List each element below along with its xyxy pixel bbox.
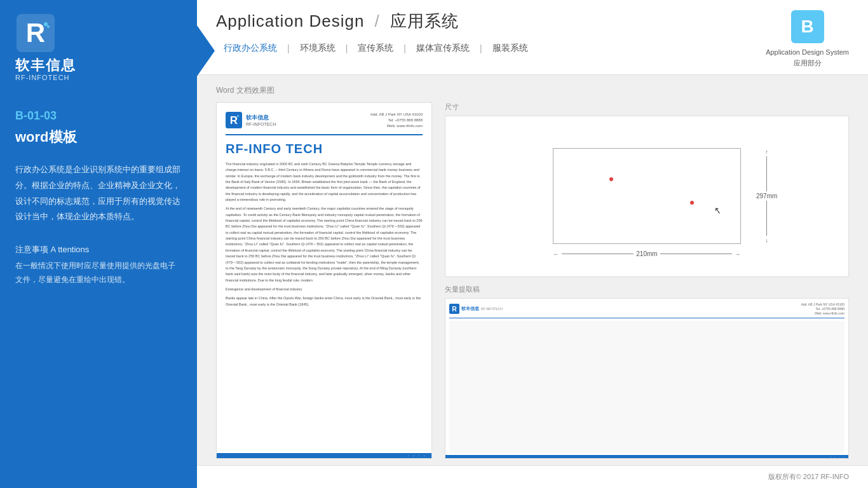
vector-logo-icon: R: [449, 304, 459, 314]
height-measurement: ↑ 297mm ↓: [756, 149, 777, 243]
vector-contact: Add: AB J Park NY USA 43100 Tel: +0755 8…: [801, 302, 844, 316]
doc-header: R 软丰信息 RF-INFOTECH Add: AB J Park NY USA…: [226, 112, 423, 135]
sidebar-notes-body: 在一般情况下使用时应尽量使用提供的光盘电子文件，尽量避免在重绘中出现错。: [15, 259, 182, 287]
size-dot-2: [690, 201, 694, 205]
title-cn: 应用系统: [390, 11, 459, 30]
copyright-text: 版权所有© 2017 RF-INFO: [768, 472, 849, 482]
brand-name-cn: 软丰信息: [15, 57, 76, 74]
right-panels: 尺寸 ↖: [445, 102, 849, 459]
vector-preview: R 软丰信息 RF-INFOTECH Add: AB J Park NY USA…: [445, 298, 849, 459]
section-label: Word 文档效果图: [216, 85, 849, 96]
sidebar-code: B-01-03: [15, 109, 182, 123]
vector-doc-body: [449, 321, 844, 454]
vector-brand-en: RF-INFOTECH: [481, 307, 503, 311]
size-width-label: 210mm: [636, 250, 657, 257]
doc-main-title: RF-INFO TECH: [226, 142, 423, 156]
vector-doc-logo: R 软丰信息 RF-INFOTECH: [449, 302, 503, 316]
doc-footer: · · · ·: [217, 453, 431, 458]
header-area: Application Design / 应用系统 行政办公系统 | 环境系统 …: [197, 0, 868, 75]
badge-text-line2: 应用部分: [794, 58, 822, 69]
doc-brand-en: RF-INFOTECH: [246, 122, 276, 126]
tab-environment-system[interactable]: 环境系统: [292, 39, 343, 58]
title-en: Application Design: [216, 11, 364, 30]
header-right: B Application Design System 应用部分: [766, 10, 849, 74]
doc-logo-icon: R: [226, 112, 242, 128]
content-row: R 软丰信息 RF-INFOTECH Add: AB J Park NY USA…: [216, 102, 849, 459]
doc-footer-dots: · · · ·: [407, 453, 426, 459]
sidebar-description: 行政办公系统是企业识别系统中的重要组成部分。根据企业的特点、企业精神及企业文化，…: [15, 162, 182, 225]
svg-text:R: R: [26, 18, 45, 48]
size-dot-1: [609, 177, 613, 181]
badge-text-line1: Application Design System: [766, 47, 849, 58]
sidebar: R 软丰信息 RF-INFOTECH B-01-03 word模板 行政办公系统…: [0, 0, 197, 488]
svg-point-6: [237, 115, 239, 117]
svg-text:R: R: [452, 305, 457, 313]
doc-preview: R 软丰信息 RF-INFOTECH Add: AB J Park NY USA…: [216, 102, 432, 459]
size-height-label: 297mm: [756, 193, 777, 200]
title-slash: /: [375, 11, 380, 30]
svg-text:R: R: [230, 114, 238, 126]
page-footer: 版权所有© 2017 RF-INFO: [197, 465, 868, 488]
vector-label: 矢量提取稿: [445, 285, 849, 294]
nav-tabs: 行政办公系统 | 环境系统 | 宣传系统 | 媒体宣传系统 | 服装系统: [216, 39, 536, 58]
size-diagram: ↖ ← 210mm →: [445, 116, 849, 277]
vector-doc-footer: · · · ·: [445, 455, 848, 458]
tab-promo-system[interactable]: 宣传系统: [350, 39, 401, 58]
svg-point-3: [47, 25, 50, 28]
logo-area: R 软丰信息 RF-INFOTECH: [0, 0, 197, 97]
vector-footer-dots: · · · ·: [831, 455, 846, 459]
tab-admin-system[interactable]: 行政办公系统: [216, 39, 285, 58]
vector-doc-header: R 软丰信息 RF-INFOTECH Add: AB J Park NY USA…: [449, 302, 844, 318]
doc-brand-cn: 软丰信息: [246, 114, 276, 122]
size-label: 尺寸: [445, 102, 849, 112]
svg-point-2: [44, 22, 48, 26]
sidebar-triangle: [197, 25, 215, 76]
width-measurement: ← 210mm →: [553, 250, 741, 257]
sidebar-title: word模板: [15, 128, 182, 147]
doc-contact: Add: AB J Park NY USA 43100 Tel: +0755 8…: [370, 112, 423, 129]
tab-clothing-system[interactable]: 服装系统: [485, 39, 536, 58]
header-left: Application Design / 应用系统 行政办公系统 | 环境系统 …: [216, 10, 536, 58]
doc-brand: 软丰信息 RF-INFOTECH: [246, 114, 276, 126]
doc-preview-container: R 软丰信息 RF-INFOTECH Add: AB J Park NY USA…: [216, 102, 432, 459]
tab-media-system[interactable]: 媒体宣传系统: [409, 39, 477, 58]
brand-logo: R: [15, 13, 56, 53]
sidebar-content: B-01-03 word模板 行政办公系统是企业识别系统中的重要组成部分。根据企…: [0, 97, 197, 488]
doc-body-text: The financial industry originated in 200…: [226, 161, 423, 448]
size-inner-box: ↖ ← 210mm →: [553, 148, 742, 244]
vector-panel: 矢量提取稿 R 软丰信息 RF-INFOTECH: [445, 285, 849, 459]
doc-logo-area: R 软丰信息 RF-INFOTECH: [226, 112, 276, 128]
sidebar-notes-title: 注意事项 A ttentions: [15, 244, 182, 255]
b-icon: B: [791, 10, 824, 43]
cursor-icon: ↖: [714, 205, 723, 216]
size-measurements: ↖ ← 210mm →: [490, 132, 804, 260]
page-title: Application Design / 应用系统: [216, 10, 536, 32]
vector-brand-cn: 软丰信息: [461, 306, 479, 312]
size-panel: 尺寸 ↖: [445, 102, 849, 277]
main-content: Application Design / 应用系统 行政办公系统 | 环境系统 …: [197, 0, 868, 488]
body-area: Word 文档效果图 R: [197, 75, 868, 465]
brand-name-en: RF-INFOTECH: [15, 74, 70, 81]
